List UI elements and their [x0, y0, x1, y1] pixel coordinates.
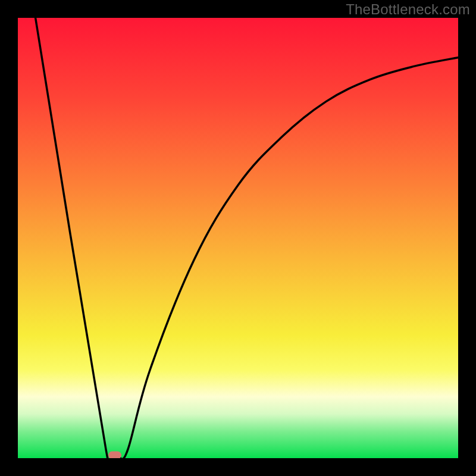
watermark-text: TheBottleneck.com [346, 1, 470, 18]
minimum-marker [108, 452, 121, 459]
plot-area [18, 18, 458, 458]
chart-container: TheBottleneck.com [0, 0, 476, 476]
curve-line [18, 18, 458, 458]
